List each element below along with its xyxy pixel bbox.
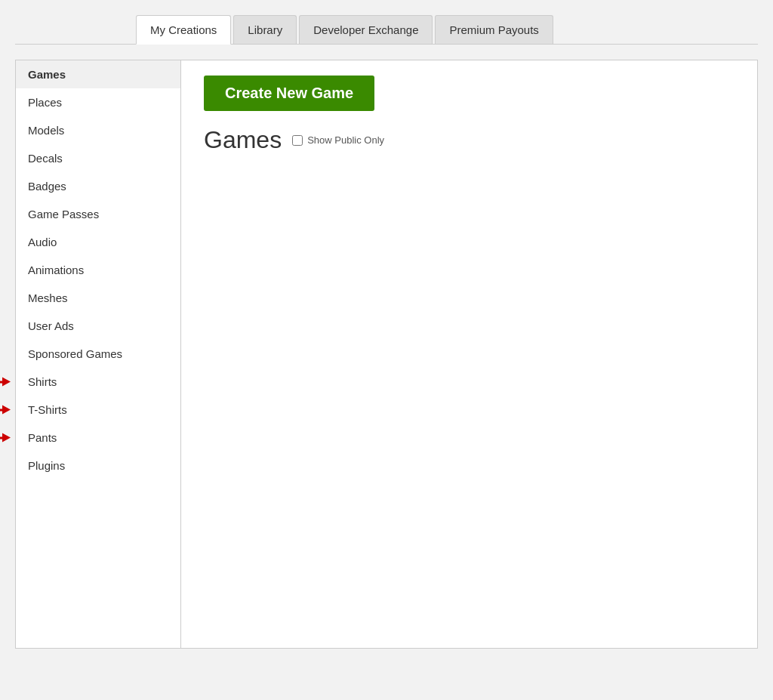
sidebar-item-decals[interactable]: Decals — [16, 144, 180, 172]
sidebar-item-label-places: Places — [28, 96, 62, 109]
sidebar-item-label-badges: Badges — [28, 180, 66, 193]
sidebar-item-audio[interactable]: Audio — [16, 228, 180, 256]
red-arrow-shirts — [0, 381, 4, 383]
red-arrow-body-shirts — [0, 381, 4, 383]
red-arrow-t-shirts — [0, 409, 4, 411]
sidebar-item-pants[interactable]: Pants — [16, 424, 180, 452]
show-public-only-label[interactable]: Show Public Only — [292, 134, 384, 146]
tab-premium-payouts[interactable]: Premium Payouts — [435, 15, 553, 44]
sidebar-item-places[interactable]: Places — [16, 88, 180, 116]
sidebar-item-label-animations: Animations — [28, 264, 84, 276]
sidebar-item-label-games: Games — [28, 68, 66, 81]
sidebar-item-label-sponsored-games: Sponsored Games — [28, 347, 122, 360]
sidebar-item-label-user-ads: User Ads — [28, 319, 74, 332]
sidebar-item-animations[interactable]: Animations — [16, 256, 180, 284]
sidebar-item-label-meshes: Meshes — [28, 291, 68, 304]
sidebar-item-models[interactable]: Models — [16, 116, 180, 144]
sidebar-item-label-models: Models — [28, 124, 64, 137]
sidebar-item-game-passes[interactable]: Game Passes — [16, 200, 180, 228]
sidebar-item-user-ads[interactable]: User Ads — [16, 312, 180, 340]
create-new-game-button[interactable]: Create New Game — [204, 76, 374, 111]
sidebar-item-label-audio: Audio — [28, 236, 57, 248]
sidebar-item-sponsored-games[interactable]: Sponsored Games — [16, 340, 180, 368]
page-title: Games — [204, 126, 282, 154]
show-public-only-checkbox[interactable] — [292, 135, 303, 146]
page-container: My Creations Library Developer Exchange … — [0, 0, 773, 664]
tab-developer-exchange[interactable]: Developer Exchange — [299, 15, 433, 44]
red-arrow-body-pants — [0, 436, 4, 439]
sidebar-item-label-t-shirts: T-Shirts — [28, 403, 67, 416]
content-area: Create New Game Games Show Public Only — [181, 60, 758, 649]
red-arrow-body-t-shirts — [0, 409, 4, 411]
content-title: Games Show Public Only — [204, 126, 735, 154]
main-layout: Games Places Models Decals Badges Game P… — [15, 60, 758, 649]
sidebar-item-meshes[interactable]: Meshes — [16, 284, 180, 312]
sidebar-item-label-game-passes: Game Passes — [28, 208, 99, 220]
tab-my-creations[interactable]: My Creations — [136, 15, 231, 45]
sidebar-item-label-decals: Decals — [28, 152, 63, 165]
red-arrow-pants — [0, 436, 4, 439]
sidebar-item-label-shirts: Shirts — [28, 375, 57, 388]
sidebar: Games Places Models Decals Badges Game P… — [15, 60, 181, 649]
sidebar-item-badges[interactable]: Badges — [16, 172, 180, 200]
sidebar-item-games[interactable]: Games — [16, 60, 180, 88]
sidebar-item-label-pants: Pants — [28, 431, 57, 444]
tab-library[interactable]: Library — [233, 15, 297, 44]
sidebar-item-shirts[interactable]: Shirts — [16, 368, 180, 396]
sidebar-item-t-shirts[interactable]: T-Shirts — [16, 396, 180, 424]
sidebar-item-label-plugins: Plugins — [28, 459, 65, 472]
sidebar-item-plugins[interactable]: Plugins — [16, 452, 180, 480]
tabs-container: My Creations Library Developer Exchange … — [15, 15, 758, 45]
show-public-only-text: Show Public Only — [307, 134, 384, 146]
